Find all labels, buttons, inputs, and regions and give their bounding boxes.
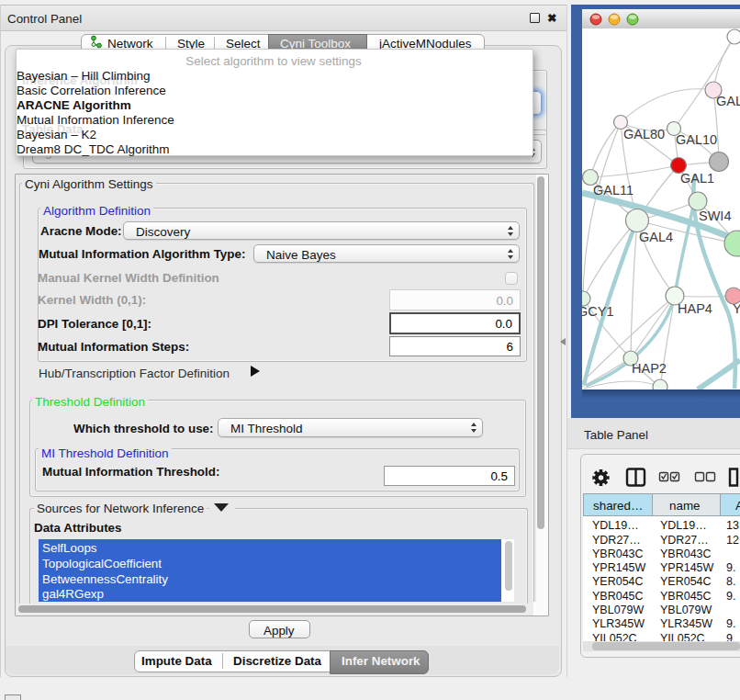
svg-text:GAL1: GAL1 xyxy=(680,171,714,186)
svg-text:GAL11: GAL11 xyxy=(593,183,633,198)
svg-text:HAP2: HAP2 xyxy=(632,361,667,376)
svg-text:GAL10: GAL10 xyxy=(676,132,717,147)
svg-text:Y: Y xyxy=(733,301,740,316)
svg-text:GAL80: GAL80 xyxy=(623,127,665,141)
svg-text:GAL: GAL xyxy=(716,94,740,108)
svg-text:GCY1: GCY1 xyxy=(582,304,614,319)
svg-text:GAL4: GAL4 xyxy=(639,230,673,244)
svg-text:HAP4: HAP4 xyxy=(678,301,712,316)
svg-text:SWI4: SWI4 xyxy=(699,209,731,223)
